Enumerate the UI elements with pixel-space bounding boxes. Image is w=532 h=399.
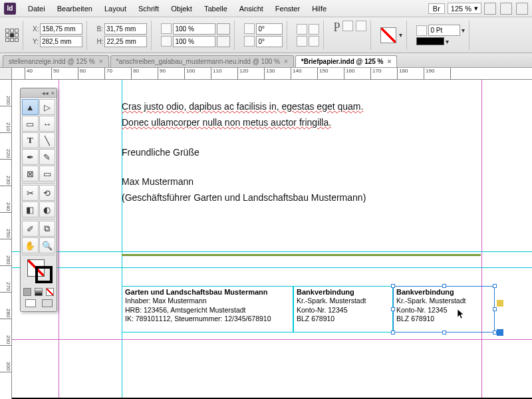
menu-ansicht[interactable]: Ansicht — [234, 2, 269, 15]
shear-field[interactable] — [256, 36, 283, 47]
zoom-combo[interactable]: 125 %▾ — [448, 3, 481, 14]
chevron-down-icon[interactable]: ▾ — [446, 38, 449, 45]
hand-tool[interactable]: ✋ — [22, 237, 39, 253]
doc-tab-1[interactable]: stellenanzeige.indd @ 125 %× — [3, 55, 109, 67]
pen-tool[interactable]: ✒ — [22, 149, 39, 165]
stroke-proxy[interactable] — [35, 266, 53, 283]
rectangle-tool[interactable]: ▭ — [39, 166, 56, 182]
guide-vertical[interactable] — [481, 80, 482, 399]
fill-stroke-proxy[interactable] — [22, 257, 55, 286]
close-icon[interactable]: × — [388, 58, 392, 65]
ruler-origin[interactable] — [0, 68, 12, 80]
eyedropper-tool[interactable]: ⧉ — [39, 221, 56, 237]
stepper[interactable] — [217, 36, 230, 47]
pencil-tool[interactable]: ✎ — [39, 149, 56, 165]
menu-schrift[interactable]: Schrift — [133, 2, 164, 15]
normal-view-icon[interactable] — [25, 299, 36, 307]
stroke-style-swatch[interactable] — [416, 37, 444, 45]
chevron-down-icon: ▾ — [474, 4, 478, 13]
rotate-field[interactable] — [256, 23, 283, 35]
flip-v-icon[interactable] — [309, 36, 319, 47]
rotate-ccw-icon[interactable] — [309, 24, 319, 35]
selection-handle[interactable] — [442, 284, 446, 288]
menu-bearbeiten[interactable]: Bearbeiten — [52, 2, 98, 15]
apply-color-icon[interactable] — [23, 288, 31, 296]
green-divider[interactable] — [122, 254, 481, 256]
tools-panel[interactable]: ◂◂× ▲ ▷ ▭ ↔ T ╲ ✒ ✎ ⊠ ▭ ✂ ⟲ ◧ ◐ ✐ ⧉ ✋ 🔍 — [20, 88, 57, 312]
collapse-icon[interactable]: ◂◂ — [42, 90, 49, 96]
doc-tab-2[interactable]: *anschreiben_galabau_mustermann-neu.indd… — [110, 55, 294, 67]
panel-header[interactable]: ◂◂× — [21, 88, 57, 98]
chevron-down-icon[interactable]: ▾ — [399, 31, 402, 39]
guide-horizontal[interactable] — [12, 267, 532, 268]
pathfinder-icon[interactable] — [342, 21, 353, 31]
zoom-tool[interactable]: 🔍 — [39, 237, 56, 253]
selection-handle[interactable] — [391, 284, 395, 288]
page-tool[interactable]: ▭ — [22, 116, 39, 132]
menu-layout[interactable]: Layout — [99, 2, 132, 15]
gap-tool[interactable]: ↔ — [39, 116, 56, 132]
fill-swatch-none[interactable] — [380, 27, 396, 43]
workspace-icon[interactable] — [516, 3, 528, 15]
note-tool[interactable]: ✐ — [22, 221, 39, 237]
menu-fenster[interactable]: Fenster — [270, 2, 305, 15]
stroke-weight-field[interactable] — [428, 25, 460, 36]
ruler-tick: 100 — [185, 68, 211, 79]
footer-box-company[interactable]: Garten und Landschaftsbau Mustermann Inh… — [122, 286, 293, 332]
selection-handle[interactable] — [391, 331, 395, 334]
apply-none-icon[interactable] — [46, 288, 54, 296]
ruler-vertical[interactable]: 200 210 220 230 240 250 260 270 280 290 … — [0, 80, 12, 399]
gradient-feather-tool[interactable]: ◐ — [39, 201, 56, 217]
direct-selection-tool[interactable]: ▷ — [39, 99, 56, 115]
selection-handle[interactable] — [391, 307, 395, 311]
arrange-icon[interactable] — [500, 3, 512, 15]
guide-vertical[interactable] — [59, 80, 59, 399]
type-tool[interactable]: T — [22, 132, 39, 148]
w-field[interactable] — [104, 23, 147, 35]
rotate-cw-icon[interactable] — [297, 24, 307, 35]
selection-handle[interactable] — [493, 284, 497, 288]
doc-tab-3[interactable]: *Briefpapier.indd @ 125 %× — [295, 55, 398, 67]
gradient-swatch-tool[interactable]: ◧ — [22, 201, 39, 217]
footer-box-bank-2-selected[interactable]: Bankverbindung Kr.-Spark. Musterstadt Ko… — [393, 286, 495, 332]
close-icon[interactable]: × — [284, 58, 288, 65]
menu-hilfe[interactable]: Hilfe — [307, 2, 332, 15]
live-corner-handle[interactable] — [497, 300, 503, 307]
guide-horizontal[interactable] — [12, 251, 532, 252]
menu-objekt[interactable]: Objekt — [166, 2, 198, 15]
footer-box-bank-1[interactable]: Bankverbindung Kr.-Spark. Musterstadt Ko… — [293, 286, 393, 332]
document-tabbar: stellenanzeige.indd @ 125 %× *anschreibe… — [0, 53, 532, 68]
selection-handle[interactable] — [442, 331, 446, 334]
selection-tool[interactable]: ▲ — [22, 99, 39, 115]
bridge-button[interactable]: Br — [428, 3, 445, 14]
line-tool[interactable]: ╲ — [39, 132, 56, 148]
preview-view-icon[interactable] — [42, 299, 53, 307]
apply-gradient-icon[interactable] — [35, 288, 43, 296]
align-icon[interactable] — [356, 21, 366, 31]
rectangle-frame-tool[interactable]: ⊠ — [22, 166, 39, 182]
scissors-tool[interactable]: ✂ — [22, 185, 39, 201]
canvas[interactable]: Cras justo odio, dapibus ac facilisis in… — [12, 80, 532, 399]
chevron-down-icon[interactable]: ▾ — [462, 27, 465, 34]
stepper[interactable] — [217, 23, 230, 35]
guide-horizontal[interactable] — [12, 339, 532, 340]
body-text-frame[interactable]: Cras justo odio, dapibus ac facilisis in… — [122, 100, 401, 207]
menu-datei[interactable]: Datei — [23, 2, 51, 15]
scale-x-field[interactable] — [173, 23, 215, 35]
menu-tabelle[interactable]: Tabelle — [199, 2, 233, 15]
scale-y-field[interactable] — [173, 36, 215, 47]
x-field[interactable] — [40, 23, 82, 35]
screen-mode-icon[interactable] — [484, 3, 496, 15]
reference-point[interactable] — [5, 21, 23, 50]
h-label: H: — [96, 38, 103, 45]
close-icon[interactable]: × — [99, 58, 103, 65]
flip-h-icon[interactable] — [297, 36, 307, 47]
free-transform-tool[interactable]: ⟲ — [39, 185, 56, 201]
character-panel-icon[interactable]: P — [333, 21, 340, 50]
text-out-port[interactable] — [497, 329, 503, 336]
y-field[interactable] — [40, 36, 82, 47]
close-icon[interactable]: × — [51, 90, 55, 96]
ruler-horizontal[interactable]: 40 50 60 70 80 90 100 110 120 130 140 15… — [12, 68, 532, 80]
h-field[interactable] — [104, 36, 147, 47]
selection-handle[interactable] — [493, 307, 497, 311]
